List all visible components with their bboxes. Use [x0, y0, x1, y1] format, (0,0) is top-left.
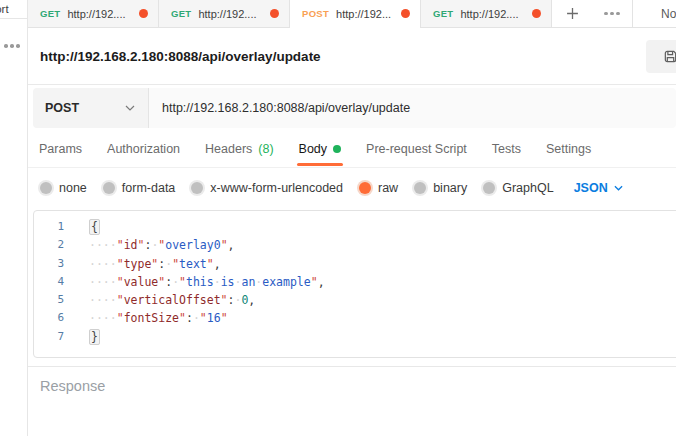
code-line: 5····"verticalOffset":·0, [34, 291, 676, 309]
radio-icon [103, 182, 115, 194]
code-line: 3····"type":·"text", [34, 255, 676, 273]
request-tab[interactable]: POSThttp://192... [290, 0, 421, 27]
token-quote: " [179, 311, 186, 325]
tab-label: Params [39, 142, 82, 156]
method-label: GET [171, 8, 191, 19]
token-space: ···· [89, 275, 117, 289]
method-label: POST [45, 101, 79, 115]
tab-headers[interactable]: Headers(8) [205, 130, 274, 167]
radio-icon [414, 182, 426, 194]
token-quote: " [179, 275, 186, 289]
line-number: 5 [34, 291, 64, 309]
line-number: 2 [34, 236, 64, 254]
save-icon [663, 49, 676, 64]
tab-url-label: http://192... [336, 8, 394, 20]
request-tab[interactable]: GEThttp://192.... [421, 0, 552, 27]
response-title: Response [40, 378, 105, 394]
token-string: an [241, 275, 255, 289]
token-space: · [214, 275, 221, 289]
token-string: example [262, 275, 310, 289]
tab-body[interactable]: Body [299, 130, 342, 167]
tab-settings[interactable]: Settings [546, 130, 591, 167]
language-label: JSON [574, 181, 608, 195]
tab-label: Tests [492, 142, 521, 156]
token-string: text [179, 257, 207, 271]
main-panel: GEThttp://192....GEThttp://192....POSTht… [28, 0, 676, 436]
code-content: ····"id":·"overlay0", [89, 236, 235, 254]
app-sidebar-sliver: Import [0, 0, 28, 436]
body-type-raw[interactable]: raw [359, 181, 398, 195]
request-tab-strip: GEThttp://192....GEThttp://192....POSTht… [28, 0, 676, 28]
request-tab[interactable]: GEThttp://192.... [159, 0, 290, 27]
body-type-label: none [59, 181, 87, 195]
code-content: { [89, 218, 100, 236]
tab-pre-request-script[interactable]: Pre-request Script [366, 130, 467, 167]
tab-url-label: http://192.... [198, 8, 263, 20]
save-button[interactable] [646, 40, 676, 73]
body-type-binary[interactable]: binary [414, 181, 467, 195]
headers-count-badge: (8) [258, 142, 273, 156]
request-builder: POST http://192.168.2.180:8088/api/overl… [28, 85, 676, 130]
token-quote: " [117, 311, 124, 325]
method-label: GET [433, 8, 453, 19]
body-type-x-www-form-urlencoded[interactable]: x-www-form-urlencoded [191, 181, 343, 195]
tab-label: Pre-request Script [366, 142, 467, 156]
token-quote: " [221, 293, 228, 307]
request-tab[interactable]: GEThttp://192.... [28, 0, 159, 27]
token-quote: " [207, 257, 214, 271]
body-type-none[interactable]: none [40, 181, 87, 195]
token-key: type [124, 257, 152, 271]
body-type-label: form-data [122, 181, 176, 195]
line-number: 4 [34, 273, 64, 291]
body-type-label: x-www-form-urlencoded [210, 181, 343, 195]
code-line: 1{ [34, 218, 676, 236]
tab-label: Settings [546, 142, 591, 156]
token-key: fontSize [124, 311, 179, 325]
token-quote: " [221, 238, 228, 252]
tab-options-button[interactable] [592, 0, 632, 27]
kebab-horizontal-icon[interactable] [4, 44, 20, 48]
code-content: ····"verticalOffset":·0, [89, 291, 255, 309]
code-line: 7} [34, 328, 676, 346]
unsaved-dot-icon [401, 9, 410, 18]
body-type-form-data[interactable]: form-data [103, 181, 176, 195]
unsaved-dot-icon [139, 9, 148, 18]
language-selector[interactable]: JSON [574, 181, 623, 195]
token-space: · [193, 311, 200, 325]
token-string: 16 [207, 311, 221, 325]
tab-authorization[interactable]: Authorization [107, 130, 180, 167]
token-brace: } [89, 329, 100, 345]
method-selector[interactable]: POST [33, 88, 149, 128]
import-button[interactable]: Import [0, 0, 27, 19]
request-config-tabs: ParamsAuthorizationHeaders(8)BodyPre-req… [28, 130, 676, 168]
body-type-GraphQL[interactable]: GraphQL [483, 181, 553, 195]
chevron-down-icon [125, 105, 135, 111]
environment-selector[interactable]: No Environment [632, 0, 676, 27]
tab-url-label: http://192.... [67, 8, 132, 20]
tab-tests[interactable]: Tests [492, 130, 521, 167]
tab-label: Body [299, 142, 328, 156]
tab-params[interactable]: Params [39, 130, 82, 167]
line-number: 1 [34, 218, 64, 236]
token-quote: " [200, 311, 207, 325]
radio-icon [191, 182, 203, 194]
token-quote: " [117, 275, 124, 289]
raw-body-editor[interactable]: 1{2····"id":·"overlay0",3····"type":·"te… [33, 210, 676, 358]
token-string: overlay0 [165, 238, 220, 252]
url-input-value: http://192.168.2.180:8088/api/overlay/up… [162, 101, 410, 115]
token-key: verticalOffset [124, 293, 221, 307]
chevron-down-icon [614, 185, 623, 191]
token-punct: , [214, 257, 221, 271]
code-line: 4····"value":·"this·is·an·example", [34, 273, 676, 291]
new-tab-button[interactable] [552, 0, 592, 27]
url-input[interactable]: http://192.168.2.180:8088/api/overlay/up… [149, 88, 676, 128]
import-label: Import [0, 3, 9, 15]
tab-label: Authorization [107, 142, 180, 156]
token-space: ···· [89, 257, 117, 271]
line-number: 3 [34, 255, 64, 273]
token-quote: " [117, 257, 124, 271]
body-type-label: binary [433, 181, 467, 195]
token-space: ···· [89, 311, 117, 325]
method-label: POST [302, 8, 329, 19]
token-brace: { [89, 219, 100, 235]
